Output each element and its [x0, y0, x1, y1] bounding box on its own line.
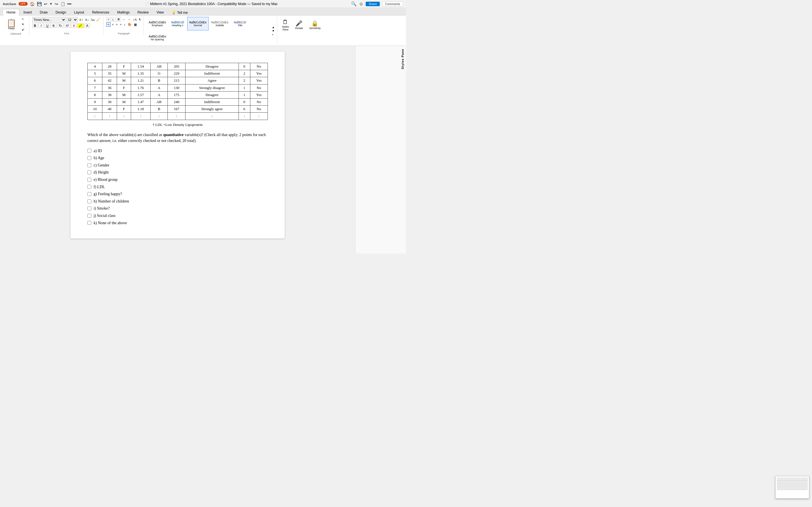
font-size-select[interactable]: 12: [66, 17, 78, 22]
home-icon[interactable]: 🏠: [30, 2, 35, 6]
text-effects-button[interactable]: A: [84, 23, 90, 28]
redo-dropdown-icon[interactable]: ▼: [50, 2, 52, 5]
highlight-button[interactable]: 🖊: [77, 23, 84, 28]
checkbox-g[interactable]: [87, 192, 91, 196]
clear-format-icon[interactable]: 🧹: [96, 17, 101, 22]
font-family-select[interactable]: Times New...: [32, 17, 66, 22]
doc-scroll[interactable]: 4 28 F 1.54 AB 205 Disagree 0 No 535M1.3…: [0, 46, 355, 253]
decrease-indent-button[interactable]: ←: [121, 17, 126, 21]
tab-mailings[interactable]: Mailings: [114, 9, 133, 16]
style-heading1[interactable]: AaBbCcD Heading 1: [168, 17, 187, 31]
save-icon[interactable]: 💾: [37, 2, 42, 6]
title-bar-center: 📄 Midterm #1 Spring, 2021 Biostatistics …: [71, 2, 351, 6]
redo-icon[interactable]: ↪: [55, 2, 58, 6]
account-icon[interactable]: ☺: [359, 1, 363, 6]
checkbox-b[interactable]: [87, 156, 91, 160]
checkbox-f[interactable]: [87, 185, 91, 189]
tab-home[interactable]: Home: [3, 9, 19, 16]
decrease-font-icon[interactable]: A↓: [84, 17, 90, 22]
superscript-button[interactable]: X²: [64, 23, 70, 28]
paste-label: Paste: [8, 27, 15, 30]
italic-button[interactable]: I: [38, 23, 44, 28]
bullets-button[interactable]: ≡: [106, 17, 110, 22]
option-a-label: a) ID: [94, 148, 102, 154]
saved-status: Saved to my Mac: [252, 2, 278, 6]
paste-button[interactable]: 📋 Paste: [4, 18, 18, 31]
styles-scroll-up[interactable]: ▲: [272, 25, 274, 29]
font-color-button[interactable]: A: [71, 23, 77, 28]
styles-expand[interactable]: ≡: [272, 33, 274, 36]
row-ldl: 205: [167, 63, 185, 70]
style-normal[interactable]: AaBbCcDdEe Normal: [187, 17, 209, 31]
style-subtitle[interactable]: AaBbCcDdEe Subtitle: [209, 17, 231, 31]
show-formatting-button[interactable]: ¶: [138, 17, 141, 21]
borders-button[interactable]: ▦: [133, 22, 138, 27]
strikethrough-button[interactable]: S: [51, 23, 56, 28]
tab-view[interactable]: View: [153, 9, 167, 16]
checkbox-a[interactable]: [87, 149, 91, 153]
subscript-button[interactable]: X₂: [57, 23, 63, 28]
checkbox-j[interactable]: [87, 214, 91, 218]
styles-scroll-down[interactable]: ▼: [272, 29, 274, 33]
sort-button[interactable]: ↕A: [132, 17, 138, 21]
tab-references[interactable]: References: [88, 9, 113, 16]
sensitivity-icon: 🔒: [311, 20, 318, 27]
search-icon[interactable]: 🔍: [351, 1, 357, 6]
align-right-button[interactable]: ≡: [115, 22, 118, 26]
line-spacing-button[interactable]: ↕: [123, 22, 126, 26]
underline-button[interactable]: U: [45, 23, 50, 28]
comments-button[interactable]: Comments: [382, 1, 403, 6]
row-blood: AB: [151, 63, 168, 70]
tab-draw[interactable]: Draw: [36, 9, 51, 16]
tab-tell-me[interactable]: 💡 Tell me: [168, 9, 192, 16]
tab-design[interactable]: Design: [52, 9, 70, 16]
bold-button[interactable]: B: [32, 23, 38, 28]
question-text-before: Which of the above variable(s) are class…: [87, 133, 163, 137]
share-button[interactable]: Share: [366, 2, 379, 6]
copy-icon: ⧉: [22, 23, 24, 26]
option-g: g) Feeling happy?: [87, 191, 268, 197]
checkbox-e[interactable]: [87, 178, 91, 182]
dictate-button[interactable]: 🎤 Dictate: [293, 17, 305, 33]
separator: —: [247, 2, 252, 6]
align-left-button[interactable]: ≡: [106, 22, 110, 27]
cut-icon: ✂: [22, 18, 24, 20]
option-f-label: f) LDL: [94, 184, 105, 190]
style-no-spacing-label: No Spacing: [151, 38, 164, 41]
styles-pane-group: 🗒 StylesPane 🎤 Dictate 🔒 Sensitivity: [278, 17, 325, 35]
copy-button[interactable]: ⧉: [19, 22, 27, 27]
row-age: 28: [102, 63, 117, 70]
checkbox-d[interactable]: [87, 170, 91, 174]
tab-layout[interactable]: Layout: [70, 9, 88, 16]
undo-icon[interactable]: ↩: [44, 2, 47, 6]
checkbox-c[interactable]: [87, 163, 91, 167]
increase-font-icon[interactable]: A↑: [79, 17, 84, 22]
format-painter-button[interactable]: 🖌: [19, 27, 27, 32]
more-commands-icon[interactable]: •••: [67, 2, 71, 6]
justify-button[interactable]: ≡: [119, 22, 122, 26]
font-label: Font: [64, 32, 69, 35]
checkbox-k[interactable]: [87, 221, 91, 225]
dictate-label: Dictate: [295, 27, 303, 30]
styles-pane-title: Styles Pane: [401, 49, 404, 69]
shading-button[interactable]: 🎨: [127, 22, 133, 27]
checkbox-h[interactable]: [87, 200, 91, 203]
change-case-icon[interactable]: Aa: [90, 17, 95, 22]
option-c-label: c) Gender: [94, 163, 109, 168]
cut-button[interactable]: ✂: [19, 17, 27, 21]
autosave-toggle[interactable]: OFF: [18, 2, 28, 6]
tab-review[interactable]: Review: [134, 9, 152, 16]
style-no-spacing[interactable]: AaBbCcDdEe No Spacing: [147, 31, 168, 45]
increase-indent-button[interactable]: →: [127, 17, 132, 21]
checkbox-i[interactable]: [87, 207, 91, 210]
tab-insert[interactable]: Insert: [20, 9, 36, 16]
sensitivity-button[interactable]: 🔒 Sensitivity: [307, 17, 323, 33]
style-title[interactable]: AaBbCcD Title: [231, 17, 249, 31]
multilevel-list-button[interactable]: ≣: [116, 17, 121, 22]
row-height: 1.54: [131, 63, 150, 70]
numbering-button[interactable]: 1.: [111, 17, 116, 22]
styles-pane-button[interactable]: 🗒 StylesPane: [280, 17, 291, 33]
recent-files-icon[interactable]: 📋: [60, 2, 65, 6]
align-center-button[interactable]: ≡: [111, 22, 114, 26]
style-emphasis[interactable]: AaBbCcDdEe Emphasis: [147, 17, 168, 31]
